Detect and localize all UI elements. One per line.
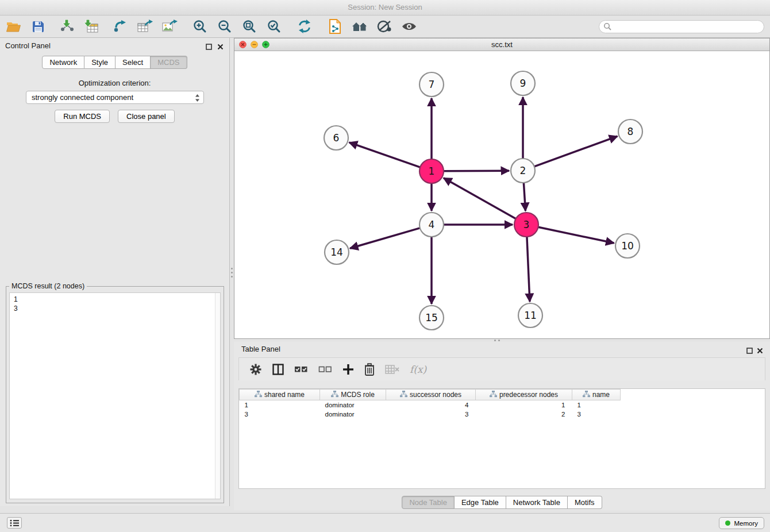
run-mcds-button[interactable]: Run MCDS: [55, 110, 110, 123]
first-neighbors-button[interactable]: [324, 17, 346, 36]
show-graphics-button[interactable]: [398, 17, 420, 36]
graph-edge-3-1[interactable]: [444, 178, 516, 219]
mcds-result-area[interactable]: 13: [9, 292, 221, 499]
delete-table-button[interactable]: [385, 361, 399, 378]
import-table-file-button[interactable]: [80, 17, 102, 36]
network-canvas[interactable]: 7968124314101511: [234, 51, 769, 338]
eye-icon: [401, 21, 417, 32]
table-row[interactable]: 3dominator323: [240, 410, 765, 419]
vertical-splitter-handle[interactable]: [231, 268, 233, 269]
graph-node-1[interactable]: 1: [419, 159, 444, 183]
graph-edge-4-14[interactable]: [350, 228, 420, 248]
search-box[interactable]: [599, 20, 764, 33]
columns-icon: [272, 364, 284, 375]
open-session-button[interactable]: [2, 17, 24, 36]
graph-node-9[interactable]: 9: [511, 71, 535, 95]
node-table-header-row: shared nameMCDS rolesuccessor nodesprede…: [240, 390, 765, 400]
tab-edge-table[interactable]: Edge Table: [455, 496, 506, 509]
table-cell[interactable]: 1: [476, 400, 572, 410]
apply-layout-button[interactable]: [294, 17, 315, 36]
node-table[interactable]: shared nameMCDS rolesuccessor nodesprede…: [238, 388, 765, 489]
svg-text:14: 14: [330, 246, 343, 258]
minimize-window-button[interactable]: [251, 41, 258, 48]
create-column-button[interactable]: [342, 361, 354, 378]
table-cell[interactable]: 3: [240, 410, 320, 419]
zoom-fit-button[interactable]: [238, 17, 260, 36]
attribute-tree-icon: [255, 391, 262, 398]
control-panel-close-button[interactable]: [215, 42, 225, 51]
graph-node-11[interactable]: 11: [518, 303, 542, 327]
table-settings-button[interactable]: [249, 361, 262, 378]
close-panel-button[interactable]: Close panel: [118, 110, 175, 123]
unselect-all-columns-button[interactable]: [318, 361, 332, 378]
control-panel-float-button[interactable]: [204, 42, 213, 51]
export-table-button[interactable]: [134, 17, 156, 36]
show-columns-button[interactable]: [272, 361, 284, 378]
column-header-shared-name[interactable]: shared name: [240, 390, 320, 400]
mcds-result-box: MCDS result (2 nodes) 13: [6, 282, 224, 503]
criterion-select[interactable]: strongly connected component: [26, 91, 204, 104]
graph-node-10[interactable]: 10: [615, 234, 640, 258]
function-builder-button[interactable]: f(x): [410, 361, 426, 378]
table-row[interactable]: 1dominator411: [240, 400, 765, 410]
window-titlebar[interactable]: Session: New Session: [0, 0, 770, 16]
home-button[interactable]: [349, 17, 371, 36]
tab-mcds[interactable]: MCDS: [151, 56, 187, 69]
table-cell[interactable]: 1: [240, 400, 320, 410]
graph-edge-3-10[interactable]: [538, 227, 614, 243]
horizontal-splitter-handle[interactable]: [494, 340, 496, 341]
graph-edge-2-3[interactable]: [523, 183, 525, 211]
select-all-columns-button[interactable]: [294, 361, 308, 378]
table-panel-close-button[interactable]: [755, 346, 764, 355]
tab-select[interactable]: Select: [116, 56, 151, 69]
import-network-file-button[interactable]: [56, 17, 78, 36]
save-session-button[interactable]: [27, 17, 49, 36]
table-panel-float-button[interactable]: [745, 346, 754, 355]
graph-edge-1-2[interactable]: [444, 171, 509, 171]
graph-edge-2-8[interactable]: [534, 136, 618, 167]
column-header-label: shared name: [264, 391, 305, 399]
task-history-button[interactable]: [7, 517, 22, 529]
zoom-selected-button[interactable]: [263, 17, 285, 36]
table-cell[interactable]: 2: [476, 410, 572, 419]
control-panel-tabs: NetworkStyleSelectMCDS: [0, 56, 229, 69]
graph-node-7[interactable]: 7: [419, 72, 444, 97]
graph-edge-3-11[interactable]: [527, 237, 530, 302]
tab-motifs[interactable]: Motifs: [568, 496, 602, 509]
table-toolbar: f(x): [238, 357, 765, 380]
tab-network-table[interactable]: Network Table: [506, 496, 568, 509]
memory-button[interactable]: Memory: [719, 517, 764, 529]
graph-node-3[interactable]: 3: [514, 213, 538, 237]
graph-node-8[interactable]: 8: [618, 119, 642, 144]
graph-node-2[interactable]: 2: [511, 159, 535, 183]
graph-edge-1-6[interactable]: [349, 142, 421, 167]
graph-node-14[interactable]: 14: [325, 240, 349, 264]
tab-node-table[interactable]: Node Table: [402, 496, 455, 509]
delete-column-button[interactable]: [364, 361, 375, 378]
maximize-window-button[interactable]: [262, 41, 270, 48]
result-scrollbar[interactable]: [215, 293, 220, 499]
column-header-predecessor-nodes[interactable]: predecessor nodes: [476, 390, 572, 400]
graph-node-4[interactable]: 4: [419, 213, 444, 237]
tab-network[interactable]: Network: [42, 56, 84, 69]
tab-style[interactable]: Style: [84, 56, 116, 69]
export-image-button[interactable]: [159, 17, 180, 36]
search-input[interactable]: [611, 21, 764, 32]
close-window-button[interactable]: [239, 41, 247, 48]
table-cell[interactable]: 3: [386, 410, 476, 419]
export-network-button[interactable]: [109, 17, 131, 36]
table-cell[interactable]: 3: [572, 410, 621, 419]
table-cell[interactable]: 1: [572, 400, 621, 410]
table-cell[interactable]: dominator: [320, 410, 386, 419]
graph-node-6[interactable]: 6: [324, 126, 348, 150]
column-header-name[interactable]: name: [572, 390, 621, 400]
column-header-MCDS-role[interactable]: MCDS role: [320, 390, 386, 400]
network-window-titlebar[interactable]: scc.txt: [234, 38, 769, 51]
table-cell[interactable]: dominator: [320, 400, 386, 410]
zoom-in-button[interactable]: [189, 17, 211, 36]
table-cell[interactable]: 4: [386, 400, 476, 410]
column-header-successor-nodes[interactable]: successor nodes: [386, 390, 476, 400]
graph-node-15[interactable]: 15: [419, 306, 444, 330]
style-button[interactable]: [374, 17, 395, 36]
zoom-out-button[interactable]: [214, 17, 236, 36]
